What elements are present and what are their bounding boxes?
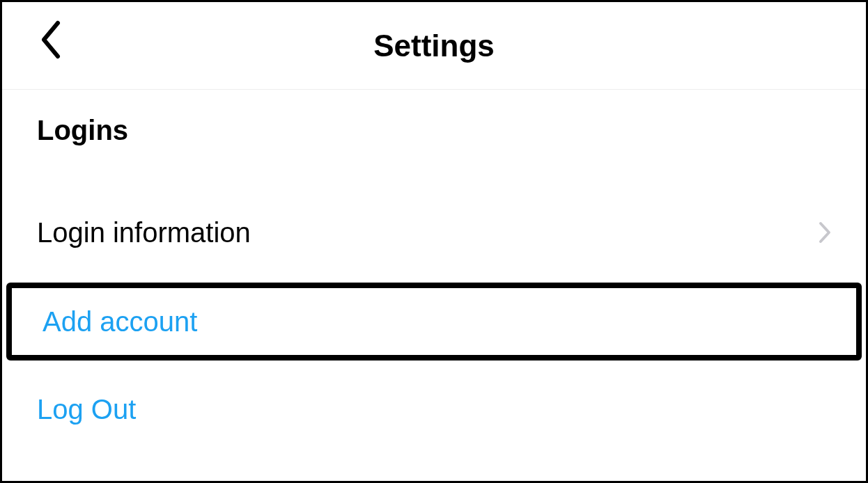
- list-item-add-account[interactable]: Add account: [6, 283, 862, 361]
- back-button[interactable]: [36, 20, 66, 62]
- list-item-label: Add account: [42, 305, 197, 338]
- list-item-label: Log Out: [37, 393, 136, 426]
- content-area: Logins Login information Add account Log…: [2, 90, 866, 447]
- list-item-login-information[interactable]: Login information: [2, 195, 866, 270]
- page-title: Settings: [373, 29, 495, 63]
- section-heading-logins: Logins: [2, 115, 866, 195]
- list-item-log-out[interactable]: Log Out: [2, 372, 866, 447]
- list-item-label: Login information: [37, 216, 251, 249]
- header-bar: Settings: [2, 2, 866, 90]
- chevron-right-icon: [819, 221, 831, 244]
- chevron-left-icon: [38, 20, 63, 62]
